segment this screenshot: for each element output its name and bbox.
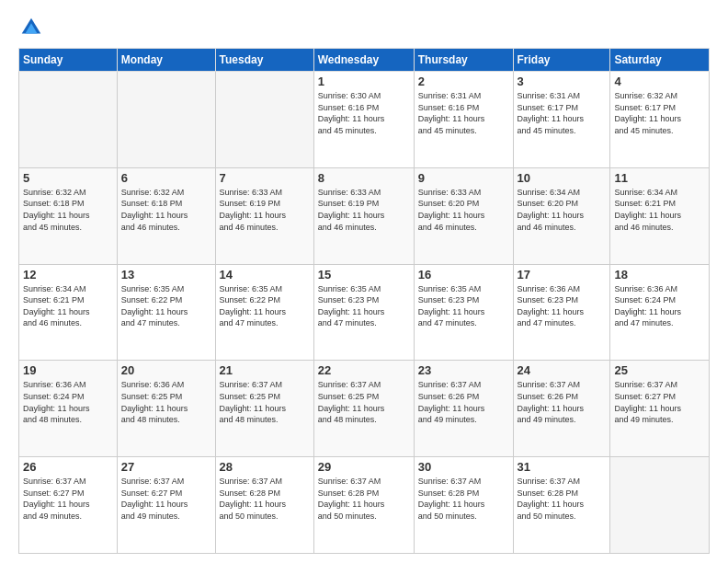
logo (18, 15, 48, 40)
day-number: 13 (121, 268, 211, 282)
calendar-cell: 4Sunrise: 6:32 AM Sunset: 6:17 PM Daylig… (610, 72, 710, 168)
calendar-cell: 9Sunrise: 6:33 AM Sunset: 6:20 PM Daylig… (414, 167, 513, 264)
day-number: 26 (23, 460, 113, 474)
calendar-cell (117, 72, 215, 168)
calendar-cell: 11Sunrise: 6:34 AM Sunset: 6:21 PM Dayli… (610, 167, 710, 264)
day-info: Sunrise: 6:37 AM Sunset: 6:26 PM Dayligh… (418, 379, 509, 425)
day-number: 31 (518, 460, 607, 474)
day-number: 30 (418, 460, 509, 474)
day-number: 29 (318, 460, 410, 474)
day-info: Sunrise: 6:37 AM Sunset: 6:25 PM Dayligh… (318, 379, 410, 425)
day-info: Sunrise: 6:31 AM Sunset: 6:17 PM Dayligh… (518, 90, 607, 136)
header (18, 15, 710, 40)
calendar-cell: 13Sunrise: 6:35 AM Sunset: 6:22 PM Dayli… (117, 264, 215, 361)
calendar-cell: 16Sunrise: 6:35 AM Sunset: 6:23 PM Dayli… (414, 264, 513, 361)
day-number: 17 (518, 268, 607, 282)
day-info: Sunrise: 6:37 AM Sunset: 6:27 PM Dayligh… (614, 379, 705, 425)
day-info: Sunrise: 6:37 AM Sunset: 6:28 PM Dayligh… (318, 476, 410, 522)
calendar-cell: 7Sunrise: 6:33 AM Sunset: 6:19 PM Daylig… (215, 167, 313, 264)
day-info: Sunrise: 6:35 AM Sunset: 6:22 PM Dayligh… (121, 283, 211, 329)
calendar-cell: 1Sunrise: 6:30 AM Sunset: 6:16 PM Daylig… (313, 72, 414, 168)
day-number: 3 (518, 75, 607, 88)
day-info: Sunrise: 6:33 AM Sunset: 6:20 PM Dayligh… (418, 187, 509, 233)
day-info: Sunrise: 6:36 AM Sunset: 6:25 PM Dayligh… (121, 379, 211, 425)
day-number: 11 (614, 171, 705, 185)
calendar-cell: 25Sunrise: 6:37 AM Sunset: 6:27 PM Dayli… (610, 361, 710, 457)
weekday-header-friday: Friday (513, 49, 610, 72)
calendar-cell: 5Sunrise: 6:32 AM Sunset: 6:18 PM Daylig… (19, 167, 118, 264)
day-info: Sunrise: 6:37 AM Sunset: 6:27 PM Dayligh… (121, 476, 211, 522)
calendar-cell: 6Sunrise: 6:32 AM Sunset: 6:18 PM Daylig… (117, 167, 215, 264)
day-number: 16 (418, 268, 509, 282)
day-info: Sunrise: 6:33 AM Sunset: 6:19 PM Dayligh… (220, 187, 310, 233)
weekday-header-tuesday: Tuesday (215, 49, 313, 72)
weekday-header-sunday: Sunday (19, 49, 118, 72)
calendar-week-2: 5Sunrise: 6:32 AM Sunset: 6:18 PM Daylig… (19, 167, 710, 264)
calendar-cell: 17Sunrise: 6:36 AM Sunset: 6:23 PM Dayli… (513, 264, 610, 361)
calendar-cell: 24Sunrise: 6:37 AM Sunset: 6:26 PM Dayli… (513, 361, 610, 457)
calendar-cell: 19Sunrise: 6:36 AM Sunset: 6:24 PM Dayli… (19, 361, 118, 457)
day-info: Sunrise: 6:36 AM Sunset: 6:24 PM Dayligh… (23, 379, 113, 425)
day-number: 14 (220, 268, 310, 282)
calendar-cell: 12Sunrise: 6:34 AM Sunset: 6:21 PM Dayli… (19, 264, 118, 361)
calendar-week-3: 12Sunrise: 6:34 AM Sunset: 6:21 PM Dayli… (19, 264, 710, 361)
calendar-cell: 22Sunrise: 6:37 AM Sunset: 6:25 PM Dayli… (313, 361, 414, 457)
day-info: Sunrise: 6:34 AM Sunset: 6:21 PM Dayligh… (23, 283, 113, 329)
calendar-cell: 8Sunrise: 6:33 AM Sunset: 6:19 PM Daylig… (313, 167, 414, 264)
day-number: 15 (318, 268, 410, 282)
calendar-cell: 30Sunrise: 6:37 AM Sunset: 6:28 PM Dayli… (414, 457, 513, 554)
calendar-cell: 28Sunrise: 6:37 AM Sunset: 6:28 PM Dayli… (215, 457, 313, 554)
weekday-header-row: SundayMondayTuesdayWednesdayThursdayFrid… (19, 49, 710, 72)
day-info: Sunrise: 6:37 AM Sunset: 6:25 PM Dayligh… (220, 379, 310, 425)
calendar-week-1: 1Sunrise: 6:30 AM Sunset: 6:16 PM Daylig… (19, 72, 710, 168)
day-info: Sunrise: 6:37 AM Sunset: 6:26 PM Dayligh… (518, 379, 607, 425)
day-number: 12 (23, 268, 113, 282)
day-number: 8 (318, 171, 410, 185)
calendar-cell (215, 72, 313, 168)
weekday-header-thursday: Thursday (414, 49, 513, 72)
day-number: 4 (614, 75, 705, 88)
calendar-cell: 26Sunrise: 6:37 AM Sunset: 6:27 PM Dayli… (19, 457, 118, 554)
day-info: Sunrise: 6:35 AM Sunset: 6:22 PM Dayligh… (220, 283, 310, 329)
day-number: 18 (614, 268, 705, 282)
day-number: 1 (318, 75, 410, 88)
day-number: 19 (23, 363, 113, 377)
day-number: 21 (220, 363, 310, 377)
calendar-cell: 10Sunrise: 6:34 AM Sunset: 6:20 PM Dayli… (513, 167, 610, 264)
day-number: 5 (23, 171, 113, 185)
calendar-cell: 20Sunrise: 6:36 AM Sunset: 6:25 PM Dayli… (117, 361, 215, 457)
day-number: 25 (614, 363, 705, 377)
calendar-week-4: 19Sunrise: 6:36 AM Sunset: 6:24 PM Dayli… (19, 361, 710, 457)
calendar-cell: 14Sunrise: 6:35 AM Sunset: 6:22 PM Dayli… (215, 264, 313, 361)
calendar-cell: 29Sunrise: 6:37 AM Sunset: 6:28 PM Dayli… (313, 457, 414, 554)
weekday-header-wednesday: Wednesday (313, 49, 414, 72)
calendar-table: SundayMondayTuesdayWednesdayThursdayFrid… (18, 48, 710, 554)
day-info: Sunrise: 6:31 AM Sunset: 6:16 PM Dayligh… (418, 90, 509, 136)
day-info: Sunrise: 6:35 AM Sunset: 6:23 PM Dayligh… (318, 283, 410, 329)
day-info: Sunrise: 6:36 AM Sunset: 6:23 PM Dayligh… (518, 283, 607, 329)
day-number: 10 (518, 171, 607, 185)
day-number: 20 (121, 363, 211, 377)
day-number: 7 (220, 171, 310, 185)
calendar-cell: 31Sunrise: 6:37 AM Sunset: 6:28 PM Dayli… (513, 457, 610, 554)
day-info: Sunrise: 6:33 AM Sunset: 6:19 PM Dayligh… (318, 187, 410, 233)
day-info: Sunrise: 6:37 AM Sunset: 6:27 PM Dayligh… (23, 476, 113, 522)
calendar-cell: 27Sunrise: 6:37 AM Sunset: 6:27 PM Dayli… (117, 457, 215, 554)
day-info: Sunrise: 6:37 AM Sunset: 6:28 PM Dayligh… (220, 476, 310, 522)
calendar-cell: 21Sunrise: 6:37 AM Sunset: 6:25 PM Dayli… (215, 361, 313, 457)
day-info: Sunrise: 6:37 AM Sunset: 6:28 PM Dayligh… (418, 476, 509, 522)
day-number: 6 (121, 171, 211, 185)
weekday-header-saturday: Saturday (610, 49, 710, 72)
logo-icon (18, 15, 44, 40)
day-info: Sunrise: 6:32 AM Sunset: 6:18 PM Dayligh… (121, 187, 211, 233)
day-number: 9 (418, 171, 509, 185)
day-info: Sunrise: 6:32 AM Sunset: 6:18 PM Dayligh… (23, 187, 113, 233)
page: SundayMondayTuesdayWednesdayThursdayFrid… (0, 0, 728, 563)
calendar-cell (19, 72, 118, 168)
weekday-header-monday: Monday (117, 49, 215, 72)
calendar-cell: 18Sunrise: 6:36 AM Sunset: 6:24 PM Dayli… (610, 264, 710, 361)
day-info: Sunrise: 6:36 AM Sunset: 6:24 PM Dayligh… (614, 283, 705, 329)
calendar-cell: 15Sunrise: 6:35 AM Sunset: 6:23 PM Dayli… (313, 264, 414, 361)
day-number: 2 (418, 75, 509, 88)
calendar-week-5: 26Sunrise: 6:37 AM Sunset: 6:27 PM Dayli… (19, 457, 710, 554)
